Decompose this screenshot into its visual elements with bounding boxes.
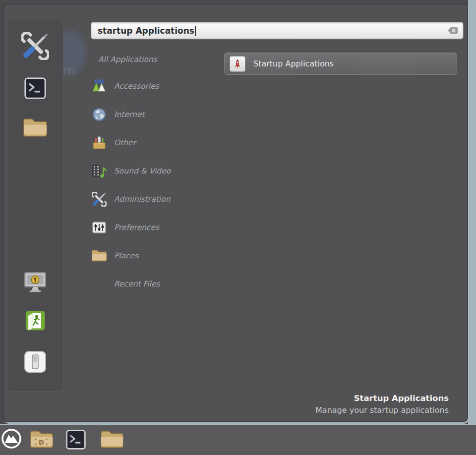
- files-taskbar-button[interactable]: [100, 429, 124, 450]
- startup-applications-icon: [230, 56, 245, 72]
- other-icon: [91, 135, 107, 151]
- system-settings-button[interactable]: [21, 32, 49, 60]
- files-button[interactable]: [23, 117, 48, 138]
- category-accessories[interactable]: Accessories: [91, 72, 215, 100]
- terminal-button[interactable]: [24, 77, 47, 100]
- taskbar: D: [0, 424, 476, 455]
- result-startup-applications[interactable]: Startup Applications: [224, 53, 457, 75]
- clear-backspace-icon: [447, 27, 458, 36]
- search-field: startup Applications: [91, 22, 464, 39]
- folder-icon: [23, 130, 48, 140]
- selection-subtitle: Manage your startup applications: [315, 404, 449, 416]
- category-administration[interactable]: Administration: [91, 185, 215, 213]
- category-label: Recent Files: [114, 280, 160, 288]
- category-label: Other: [114, 138, 136, 147]
- internet-icon: [91, 107, 107, 122]
- lock-screen-icon: [23, 287, 48, 296]
- category-label: Internet: [114, 110, 145, 119]
- folder-d-icon: D: [30, 442, 54, 452]
- category-label: All Applications: [98, 55, 157, 64]
- category-places[interactable]: Places: [91, 241, 215, 270]
- logout-icon: [24, 325, 47, 334]
- clear-search-button[interactable]: [447, 27, 458, 34]
- administration-icon: [91, 191, 107, 207]
- sound-video-icon: [91, 163, 107, 179]
- category-sound-video[interactable]: Sound & Video: [91, 157, 215, 185]
- svg-text:D: D: [39, 439, 44, 446]
- category-recent-files[interactable]: Recent Files: [91, 270, 215, 298]
- terminal-icon: [24, 92, 47, 102]
- category-label: Accessories: [114, 82, 159, 91]
- places-icon: [91, 248, 107, 264]
- search-input[interactable]: startup Applications: [98, 26, 447, 36]
- folder-icon: [100, 442, 124, 452]
- category-all-applications[interactable]: All Applications: [91, 47, 215, 72]
- accessories-icon: [91, 78, 107, 94]
- favorites-sidebar: [7, 19, 63, 392]
- category-internet[interactable]: Internet: [91, 100, 215, 128]
- category-preferences[interactable]: Preferences: [91, 213, 215, 241]
- shutdown-icon: [23, 366, 47, 376]
- logout-button[interactable]: [24, 309, 47, 332]
- desktop-bleed-text: m: [62, 63, 77, 78]
- desktop-folder-button[interactable]: D: [30, 429, 54, 450]
- settings-icon: [21, 53, 49, 62]
- terminal-icon: [65, 443, 86, 452]
- category-other[interactable]: Other: [91, 128, 215, 157]
- category-label: Preferences: [114, 223, 159, 232]
- desktop-background-edge: [468, 0, 476, 424]
- category-list: All Applications Accessories Internet: [91, 47, 215, 298]
- result-label: Startup Applications: [253, 59, 334, 68]
- selection-title: Startup Applications: [315, 393, 449, 404]
- selection-info: Startup Applications Manage your startup…: [315, 393, 449, 416]
- lock-screen-button[interactable]: [23, 270, 48, 294]
- shutdown-button[interactable]: [23, 350, 47, 374]
- category-label: Places: [114, 251, 138, 260]
- menu-launcher-button[interactable]: [0, 428, 22, 450]
- recent-files-spacer: [91, 276, 107, 292]
- preferences-icon: [91, 220, 107, 235]
- mint-menu-panel: m: [3, 4, 468, 422]
- category-label: Administration: [114, 195, 170, 204]
- terminal-taskbar-button[interactable]: [65, 429, 86, 450]
- mint-logo-icon: [0, 442, 22, 452]
- category-label: Sound & Video: [114, 167, 171, 175]
